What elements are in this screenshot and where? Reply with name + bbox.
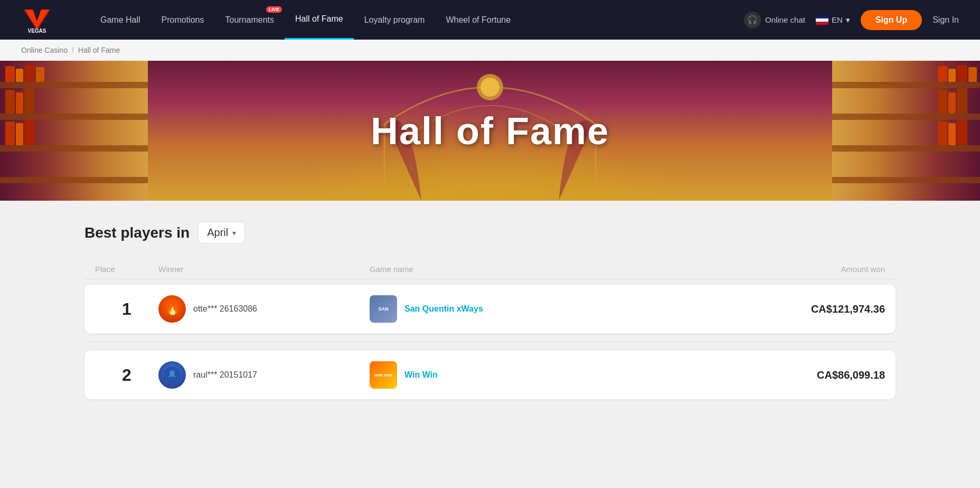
online-chat-button[interactable]: 🎧 Online chat bbox=[744, 12, 805, 29]
svg-rect-7 bbox=[0, 177, 148, 183]
breadcrumb-separator: / bbox=[72, 46, 74, 54]
svg-rect-29 bbox=[938, 121, 947, 145]
place-1: 1 bbox=[95, 299, 158, 319]
winner-name-2: raul*** 20151017 bbox=[193, 370, 257, 380]
lang-chevron-icon: ▾ bbox=[846, 15, 850, 25]
svg-text:VEGAS: VEGAS bbox=[27, 28, 46, 34]
online-chat-label: Online chat bbox=[765, 15, 805, 24]
svg-rect-23 bbox=[948, 69, 956, 82]
svg-rect-26 bbox=[938, 90, 947, 114]
game-name-1[interactable]: San Quentin xWays bbox=[404, 304, 483, 314]
svg-rect-27 bbox=[948, 92, 956, 114]
nav-promotions[interactable]: Promotions bbox=[151, 0, 215, 40]
svg-rect-20 bbox=[832, 145, 980, 152]
svg-rect-19 bbox=[832, 114, 980, 120]
month-selector[interactable]: April ▾ bbox=[198, 222, 245, 243]
table-header: Place Winner Game name Amount won bbox=[84, 259, 896, 279]
svg-rect-11 bbox=[36, 67, 44, 82]
avatar-2 bbox=[158, 361, 186, 389]
svg-rect-6 bbox=[0, 145, 148, 152]
svg-rect-28 bbox=[957, 88, 967, 114]
svg-rect-18 bbox=[832, 82, 980, 88]
svg-rect-17 bbox=[24, 120, 35, 145]
month-label: April bbox=[207, 227, 228, 239]
breadcrumb: Online Casino / Hall of Fame bbox=[0, 40, 980, 61]
col-winner-header: Winner bbox=[158, 265, 370, 274]
winner-name-1: otte*** 26163086 bbox=[193, 304, 257, 314]
main-content: Best players in April ▾ Place Winner Gam… bbox=[0, 201, 980, 429]
svg-rect-8 bbox=[5, 66, 15, 82]
shelf-left-decoration bbox=[0, 61, 148, 201]
svg-point-33 bbox=[480, 78, 500, 97]
amount-won-2: CA$86,099.18 bbox=[727, 369, 885, 381]
header-right: 🎧 Online chat EN ▾ Sign Up Sign In bbox=[744, 10, 959, 30]
svg-rect-25 bbox=[968, 67, 977, 82]
chat-icon: 🎧 bbox=[744, 12, 761, 29]
nav-game-hall[interactable]: Game Hall bbox=[90, 0, 151, 40]
winner-1: 🔥 otte*** 26163086 bbox=[158, 295, 370, 323]
main-nav: Game Hall Promotions Tournaments LIVE Ha… bbox=[90, 0, 744, 40]
game-name-2[interactable]: Win Win bbox=[404, 370, 438, 380]
avatar-1: 🔥 bbox=[158, 295, 186, 323]
row-divider-1 bbox=[84, 342, 896, 342]
svg-rect-15 bbox=[5, 121, 15, 145]
svg-rect-13 bbox=[16, 92, 23, 114]
svg-rect-9 bbox=[16, 69, 23, 82]
best-players-label: Best players in bbox=[84, 224, 190, 241]
nav-loyalty-program[interactable]: Loyalty program bbox=[354, 0, 436, 40]
svg-rect-21 bbox=[832, 177, 980, 183]
svg-rect-30 bbox=[948, 123, 956, 145]
hero-banner: Hall of Fame bbox=[0, 61, 980, 201]
shelf-right-decoration bbox=[832, 61, 980, 201]
breadcrumb-current: Hall of Fame bbox=[78, 46, 120, 54]
svg-point-35 bbox=[169, 370, 175, 376]
amount-won-1: CA$121,974.36 bbox=[727, 303, 885, 315]
breadcrumb-home[interactable]: Online Casino bbox=[21, 46, 68, 54]
place-2: 2 bbox=[95, 365, 158, 385]
svg-rect-22 bbox=[938, 66, 947, 82]
game-thumb-2: WIN WIN bbox=[370, 361, 397, 389]
lang-label: EN bbox=[832, 15, 843, 24]
nav-wheel-of-fortune[interactable]: Wheel of Fortune bbox=[435, 0, 521, 40]
svg-rect-10 bbox=[24, 65, 35, 82]
svg-rect-4 bbox=[0, 82, 148, 88]
best-players-header: Best players in April ▾ bbox=[84, 222, 896, 243]
flag-icon bbox=[816, 15, 828, 25]
nav-hall-of-fame[interactable]: Hall of Fame bbox=[285, 0, 354, 40]
language-selector[interactable]: EN ▾ bbox=[816, 15, 850, 25]
nav-tournaments[interactable]: Tournaments LIVE bbox=[215, 0, 285, 40]
signup-button[interactable]: Sign Up bbox=[861, 10, 922, 30]
table-row: 2 raul*** 20151017 WIN WIN Win Win CA$86… bbox=[84, 351, 896, 399]
svg-rect-31 bbox=[957, 120, 967, 145]
game-info-2: WIN WIN Win Win bbox=[370, 361, 727, 389]
signin-button[interactable]: Sign In bbox=[932, 15, 959, 25]
live-badge: LIVE bbox=[266, 6, 282, 13]
col-game-header: Game name bbox=[370, 265, 727, 274]
game-thumb-1: SAN bbox=[370, 295, 397, 323]
svg-rect-16 bbox=[16, 123, 23, 145]
header: VEGAS Game Hall Promotions Tournaments L… bbox=[0, 0, 980, 40]
svg-rect-14 bbox=[24, 88, 35, 114]
col-place-header: Place bbox=[95, 265, 158, 274]
hero-title: Hall of Fame bbox=[371, 109, 609, 153]
game-info-1: SAN San Quentin xWays bbox=[370, 295, 727, 323]
svg-rect-5 bbox=[0, 114, 148, 120]
logo[interactable]: VEGAS bbox=[21, 5, 69, 34]
svg-rect-12 bbox=[5, 90, 15, 114]
logo-icon: VEGAS bbox=[21, 5, 69, 34]
svg-rect-24 bbox=[957, 65, 967, 82]
month-chevron-icon: ▾ bbox=[232, 229, 236, 237]
col-amount-header: Amount won bbox=[727, 265, 885, 274]
winner-2: raul*** 20151017 bbox=[158, 361, 370, 389]
table-row: 1 🔥 otte*** 26163086 SAN San Quentin xWa… bbox=[84, 285, 896, 333]
